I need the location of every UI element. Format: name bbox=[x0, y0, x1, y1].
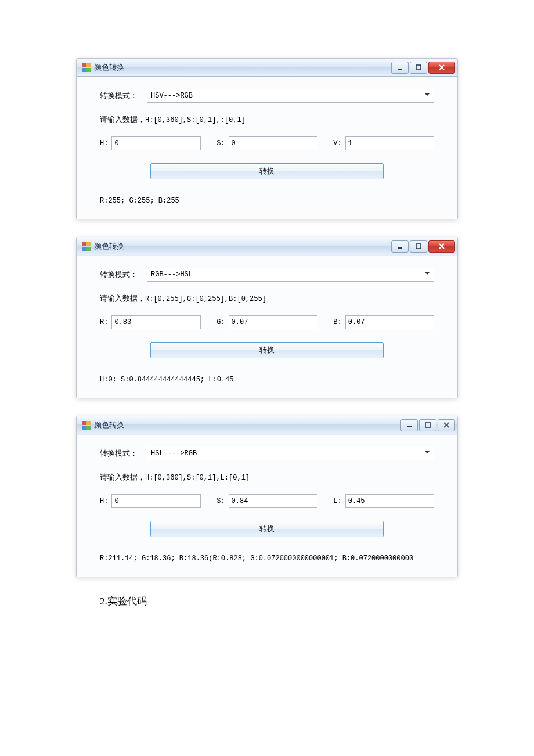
svg-rect-1 bbox=[416, 65, 421, 70]
titlebar: 颜色转换 bbox=[77, 237, 457, 255]
value-input[interactable]: 0.45 bbox=[345, 494, 434, 508]
input-hint: 请输入数据，H:[0,360],S:[0,1],L:[0,1] bbox=[100, 472, 434, 483]
field-label: G: bbox=[217, 318, 225, 326]
convert-row: 转换 bbox=[100, 342, 434, 358]
maximize-button[interactable] bbox=[419, 419, 436, 431]
app-icon bbox=[81, 63, 91, 72]
inputs-row: H: 0 S: 0.84 L: 0.45 bbox=[100, 494, 434, 508]
mode-label: 转换模式： bbox=[100, 269, 138, 280]
inputs-row: H: 0 S: 0 V: 1 bbox=[100, 136, 434, 150]
hint-prefix: 请输入数据， bbox=[100, 473, 145, 481]
minimize-button[interactable] bbox=[391, 62, 409, 74]
app-window: 颜色转换 转换模式： HSV--->RGB 请输入数据，H:[0,360],S:… bbox=[76, 58, 458, 219]
window-title: 颜色转换 bbox=[94, 420, 124, 430]
hint-ranges: H:[0,360],S:[0,1],L:[0,1] bbox=[145, 474, 250, 482]
field-label: S: bbox=[217, 497, 225, 505]
app-window: 颜色转换 转换模式： RGB--->HSL 请输入数据，R:[0,255],G:… bbox=[76, 237, 458, 398]
hint-ranges: H:[0,360],S:[0,1],:[0,1] bbox=[145, 116, 246, 124]
mode-select[interactable]: HSV--->RGB bbox=[147, 89, 434, 103]
convert-row: 转换 bbox=[100, 521, 434, 537]
value-input[interactable]: 0.83 bbox=[111, 315, 200, 329]
maximize-button[interactable] bbox=[410, 62, 427, 74]
input-hint: 请输入数据，R:[0,255],G:[0,255],B:[0,255] bbox=[100, 293, 434, 304]
close-button[interactable] bbox=[438, 419, 455, 431]
mode-select[interactable]: RGB--->HSL bbox=[147, 268, 434, 282]
convert-row: 转换 bbox=[100, 163, 434, 179]
field-label: L: bbox=[333, 497, 341, 505]
svg-rect-5 bbox=[416, 244, 421, 249]
window-title: 颜色转换 bbox=[94, 62, 124, 73]
result-text: R:211.14; G:18.36; B:18.36(R:0.828; G:0.… bbox=[100, 555, 434, 563]
client-area: 转换模式： HSV--->RGB 请输入数据，H:[0,360],S:[0,1]… bbox=[77, 77, 457, 219]
app-window: 颜色转换 转换模式： HSL---->RGB 请输入数据，H:[0,360],S… bbox=[76, 416, 458, 577]
field-label: R: bbox=[100, 318, 108, 326]
hint-prefix: 请输入数据， bbox=[100, 294, 145, 303]
mode-row: 转换模式： HSV--->RGB bbox=[100, 89, 434, 103]
inputs-row: R: 0.83 G: 0.07 B: 0.07 bbox=[100, 315, 434, 329]
hint-ranges: R:[0,255],G:[0,255],B:[0,255] bbox=[145, 295, 266, 303]
mode-row: 转换模式： RGB--->HSL bbox=[100, 268, 434, 282]
mode-row: 转换模式： HSL---->RGB bbox=[100, 447, 434, 460]
close-button[interactable] bbox=[428, 240, 455, 253]
titlebar: 颜色转换 bbox=[77, 416, 457, 434]
mode-label: 转换模式： bbox=[100, 448, 138, 459]
value-input[interactable]: 0 bbox=[111, 136, 200, 150]
convert-button[interactable]: 转换 bbox=[150, 163, 384, 179]
hint-prefix: 请输入数据， bbox=[100, 115, 145, 124]
field-label: B: bbox=[333, 318, 341, 326]
convert-button[interactable]: 转换 bbox=[150, 342, 384, 358]
value-input[interactable]: 0.84 bbox=[229, 494, 317, 508]
input-hint: 请输入数据，H:[0,360],S:[0,1],:[0,1] bbox=[100, 114, 434, 125]
chevron-down-icon bbox=[424, 271, 430, 279]
mode-value: HSL---->RGB bbox=[151, 449, 197, 458]
value-input[interactable]: 0.07 bbox=[345, 315, 434, 329]
field-label: H: bbox=[100, 497, 108, 505]
titlebar: 颜色转换 bbox=[77, 59, 457, 77]
field-label: S: bbox=[217, 139, 225, 147]
chevron-down-icon bbox=[424, 92, 430, 100]
convert-button[interactable]: 转换 bbox=[150, 521, 384, 537]
minimize-button[interactable] bbox=[400, 419, 418, 431]
mode-value: RGB--->HSL bbox=[151, 271, 193, 279]
maximize-button[interactable] bbox=[410, 240, 427, 253]
value-input[interactable]: 0 bbox=[229, 136, 317, 150]
app-icon bbox=[81, 242, 91, 251]
result-text: H:0; S:0.844444444444445; L:0.45 bbox=[100, 376, 434, 384]
value-input[interactable]: 0 bbox=[111, 494, 200, 508]
mode-label: 转换模式： bbox=[100, 91, 138, 101]
value-input[interactable]: 0.07 bbox=[229, 315, 317, 329]
mode-select[interactable]: HSL---->RGB bbox=[147, 447, 434, 460]
chevron-down-icon bbox=[424, 449, 430, 458]
client-area: 转换模式： HSL---->RGB 请输入数据，H:[0,360],S:[0,1… bbox=[77, 434, 457, 577]
client-area: 转换模式： RGB--->HSL 请输入数据，R:[0,255],G:[0,25… bbox=[77, 255, 457, 398]
section-heading: 2.实验代码 bbox=[100, 595, 499, 608]
value-input[interactable]: 1 bbox=[345, 136, 434, 150]
app-icon bbox=[81, 420, 91, 430]
field-label: V: bbox=[333, 139, 341, 147]
minimize-button[interactable] bbox=[391, 240, 409, 253]
mode-value: HSV--->RGB bbox=[151, 92, 193, 100]
close-button[interactable] bbox=[428, 62, 455, 74]
field-label: H: bbox=[100, 139, 108, 147]
svg-rect-9 bbox=[425, 423, 430, 427]
window-title: 颜色转换 bbox=[94, 241, 124, 251]
result-text: R:255; G:255; B:255 bbox=[100, 197, 434, 205]
